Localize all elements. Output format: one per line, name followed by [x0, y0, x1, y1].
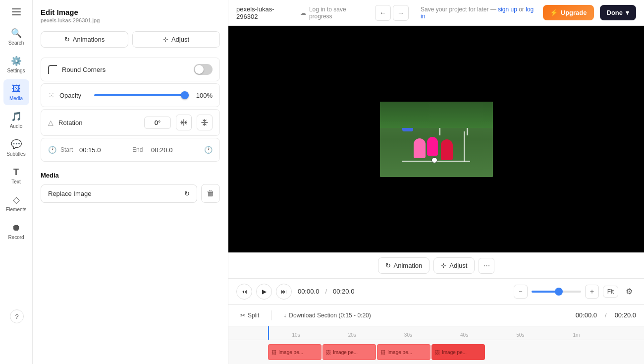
audio-icon: 🎵: [11, 111, 22, 122]
ruler-mark: 10s: [268, 332, 324, 338]
adjust-tab-icon: ⊹: [163, 36, 168, 43]
rotation-icon: △: [48, 119, 54, 126]
opacity-value: 100%: [194, 92, 213, 99]
canvas-and-context: ↻ Animation ⊹ Adjust ··· ⏮ ▶ ⏭ 00:00.0 /…: [228, 26, 644, 304]
end-label: End: [132, 146, 147, 153]
zoom-slider[interactable]: [532, 291, 581, 293]
context-bar: ↻ Animation ⊹ Adjust ···: [228, 252, 644, 278]
panel-tabs: ↻ Animations ⊹ Adjust: [33, 25, 228, 54]
redo-button[interactable]: →: [393, 5, 409, 21]
sidebar-item-record[interactable]: ⏺ Record: [3, 218, 29, 244]
clip-icon: 🖼: [326, 350, 331, 355]
panel-title: Edit Image: [41, 8, 220, 16]
flip-vertical-btn[interactable]: [197, 115, 213, 130]
done-chevron-icon: ▾: [626, 9, 629, 16]
clock-start-icon: 🕐: [48, 146, 56, 154]
sign-up-link[interactable]: sign up: [498, 6, 517, 13]
player-1: [414, 138, 426, 158]
done-button[interactable]: Done ▾: [600, 5, 637, 20]
clip-3[interactable]: 🖼 Image pe...: [377, 344, 430, 360]
sidebar-item-settings-label: Settings: [7, 68, 25, 73]
save-later-text: Save your project for later — sign up or…: [421, 6, 537, 20]
media-section-title: Media: [41, 172, 220, 179]
done-label: Done: [607, 9, 623, 16]
player-2: [427, 137, 438, 156]
help-button[interactable]: ?: [10, 309, 24, 323]
tab-adjust[interactable]: ⊹ Adjust: [132, 31, 220, 48]
clip-4[interactable]: 🖼 Image pe...: [431, 344, 485, 360]
media-icon: 🖼: [12, 84, 21, 94]
sidebar-item-text[interactable]: T Text: [3, 163, 29, 188]
sidebar-item-subtitles-label: Subtitles: [6, 151, 25, 157]
more-icon: ···: [483, 261, 490, 270]
timeline-total-time: 00:20.0: [615, 311, 636, 319]
sidebar-item-search[interactable]: 🔍 Search: [3, 24, 29, 50]
adjust-context-label: Adjust: [449, 262, 467, 269]
canvas-area[interactable]: [228, 26, 644, 252]
upgrade-icon: ⚡: [550, 9, 558, 16]
timeline-ruler: 10s 20s 30s 40s 50s 1m: [228, 326, 644, 340]
play-button[interactable]: ▶: [256, 284, 272, 300]
start-value: 00:15.0: [79, 146, 128, 154]
sidebar-item-text-label: Text: [11, 179, 20, 184]
split-button[interactable]: ✂ Split: [236, 310, 263, 321]
upgrade-label: Upgrade: [561, 9, 587, 16]
clip-3-label: Image pe...: [387, 350, 412, 355]
skip-forward-button[interactable]: ⏭: [276, 284, 292, 300]
more-options-button[interactable]: ···: [479, 258, 494, 274]
skip-back-button[interactable]: ⏮: [236, 284, 252, 300]
opacity-icon: ⁙: [48, 91, 54, 100]
opacity-label: Opacity: [59, 92, 89, 99]
ruler-mark: 50s: [492, 332, 548, 338]
time-separator: /: [325, 288, 327, 295]
zoom-out-button[interactable]: －: [514, 285, 528, 299]
time-row: 🕐 Start 00:15.0 End 00:20.0 🕐: [41, 138, 220, 162]
animations-tab-label: Animations: [73, 36, 105, 43]
player-3: [441, 139, 453, 160]
round-corners-toggle[interactable]: [194, 64, 213, 75]
upgrade-button[interactable]: ⚡ Upgrade: [543, 5, 594, 20]
replace-image-label: Replace Image: [48, 190, 91, 197]
sidebar-item-media[interactable]: 🖼 Media: [3, 79, 29, 105]
timeline-settings-button[interactable]: ⚙: [622, 285, 636, 299]
hamburger-menu[interactable]: [3, 4, 29, 20]
opacity-slider[interactable]: [94, 94, 189, 96]
canvas-image[interactable]: [380, 102, 493, 177]
record-icon: ⏺: [12, 223, 21, 233]
ruler-marks: 10s 20s 30s 40s 50s 1m: [268, 332, 604, 338]
elements-icon: ◇: [13, 194, 20, 205]
sidebar-item-media-label: Media: [9, 96, 23, 101]
save-status-text[interactable]: Log in to save progress: [309, 6, 369, 20]
playback-controls: ⏮ ▶ ⏭: [236, 284, 292, 300]
end-value: 00:20.0: [151, 146, 200, 154]
main-content: pexels-lukas-296302 ☁ Log in to save pro…: [228, 0, 644, 364]
settings-icon: ⚙️: [11, 56, 22, 66]
zoom-controls: － ＋ Fit ⚙: [514, 285, 636, 299]
rotation-row: △ Rotation: [41, 109, 220, 136]
zoom-in-button[interactable]: ＋: [585, 285, 599, 299]
timeline-current-time: 00:00.0: [576, 311, 597, 319]
undo-button[interactable]: ←: [375, 5, 391, 21]
fit-button[interactable]: Fit: [603, 286, 618, 298]
sidebar-item-search-label: Search: [8, 40, 24, 46]
tab-animations[interactable]: ↻ Animations: [41, 31, 128, 48]
animation-context-button[interactable]: ↻ Animation: [378, 257, 430, 274]
sidebar-item-elements[interactable]: ◇ Elements: [3, 190, 29, 216]
rotation-input[interactable]: [144, 117, 171, 129]
zoom-slider-thumb: [555, 288, 563, 296]
download-section-button[interactable]: ↓ Download Section (0:15 - 0:20): [279, 310, 375, 321]
clip-2[interactable]: 🖼 Image pe...: [322, 344, 376, 360]
adjust-context-button[interactable]: ⊹ Adjust: [433, 257, 475, 274]
opacity-row: ⁙ Opacity 100%: [41, 83, 220, 107]
clip-1[interactable]: 🖼 Image pe...: [268, 344, 322, 360]
download-label: Download Section (0:15 - 0:20): [289, 312, 371, 319]
toolbar-divider: [271, 310, 271, 320]
sidebar-item-settings[interactable]: ⚙️ Settings: [3, 52, 29, 77]
flip-horizontal-btn[interactable]: [176, 115, 192, 130]
delete-image-button[interactable]: 🗑: [201, 184, 220, 203]
sidebar-item-audio[interactable]: 🎵 Audio: [3, 107, 29, 133]
replace-image-button[interactable]: Replace Image ↻: [41, 184, 197, 203]
clip-2-label: Image pe...: [333, 350, 358, 355]
sidebar-item-subtitles[interactable]: 💬 Subtitles: [3, 135, 29, 161]
ruler-mark: 20s: [324, 332, 380, 338]
